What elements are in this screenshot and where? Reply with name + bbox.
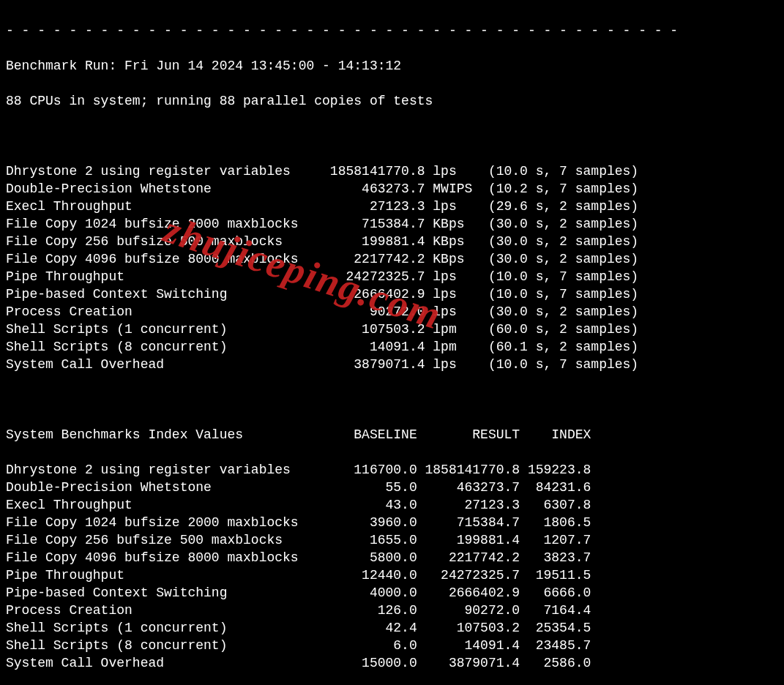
index-row: File Copy 1024 bufsize 2000 maxblocks 39… — [6, 514, 778, 531]
index-row: System Call Overhead 15000.0 3879071.4 2… — [6, 654, 778, 672]
index-row: File Copy 4096 bufsize 8000 maxblocks 58… — [6, 549, 778, 566]
test-row: Shell Scripts (8 concurrent) 14091.4 lpm… — [6, 338, 778, 356]
test-row: File Copy 256 bufsize 500 maxblocks 1998… — [6, 233, 778, 250]
index-row: Execl Throughput 43.0 27123.3 6307.8 — [6, 496, 778, 514]
cpu-line: 88 CPUs in system; running 88 parallel c… — [6, 92, 778, 110]
index-row: Double-Precision Whetstone 55.0 463273.7… — [6, 479, 778, 496]
test-row: System Call Overhead 3879071.4 lps (10.0… — [6, 356, 778, 373]
index-row: Shell Scripts (1 concurrent) 42.4 107503… — [6, 619, 778, 637]
index-row: Pipe Throughput 12440.0 24272325.7 19511… — [6, 566, 778, 584]
test-row: File Copy 4096 bufsize 8000 maxblocks 22… — [6, 250, 778, 268]
blank-line — [6, 391, 778, 408]
index-row: Process Creation 126.0 90272.0 7164.4 — [6, 602, 778, 619]
index-block: Dhrystone 2 using register variables 116… — [6, 461, 778, 672]
index-row: File Copy 256 bufsize 500 maxblocks 1655… — [6, 531, 778, 549]
terminal-output: - - - - - - - - - - - - - - - - - - - - … — [0, 0, 784, 685]
tests-block: Dhrystone 2 using register variables 185… — [6, 162, 778, 373]
test-row: Double-Precision Whetstone 463273.7 MWIP… — [6, 180, 778, 198]
index-row: Shell Scripts (8 concurrent) 6.0 14091.4… — [6, 637, 778, 654]
index-row: Pipe-based Context Switching 4000.0 2666… — [6, 584, 778, 602]
index-header-line: System Benchmarks Index Values BASELINE … — [6, 426, 778, 443]
test-row: Shell Scripts (1 concurrent) 107503.2 lp… — [6, 321, 778, 338]
test-row: Execl Throughput 27123.3 lps (29.6 s, 2 … — [6, 198, 778, 215]
run-line: Benchmark Run: Fri Jun 14 2024 13:45:00 … — [6, 57, 778, 75]
dash-line: - - - - - - - - - - - - - - - - - - - - … — [6, 22, 778, 40]
blank-line — [6, 127, 778, 145]
test-row: Dhrystone 2 using register variables 185… — [6, 162, 778, 180]
test-row: File Copy 1024 bufsize 2000 maxblocks 71… — [6, 215, 778, 233]
index-row: Dhrystone 2 using register variables 116… — [6, 461, 778, 479]
test-row: Process Creation 90272.0 lps (30.0 s, 2 … — [6, 303, 778, 321]
test-row: Pipe Throughput 24272325.7 lps (10.0 s, … — [6, 268, 778, 285]
test-row: Pipe-based Context Switching 2666402.9 l… — [6, 285, 778, 303]
